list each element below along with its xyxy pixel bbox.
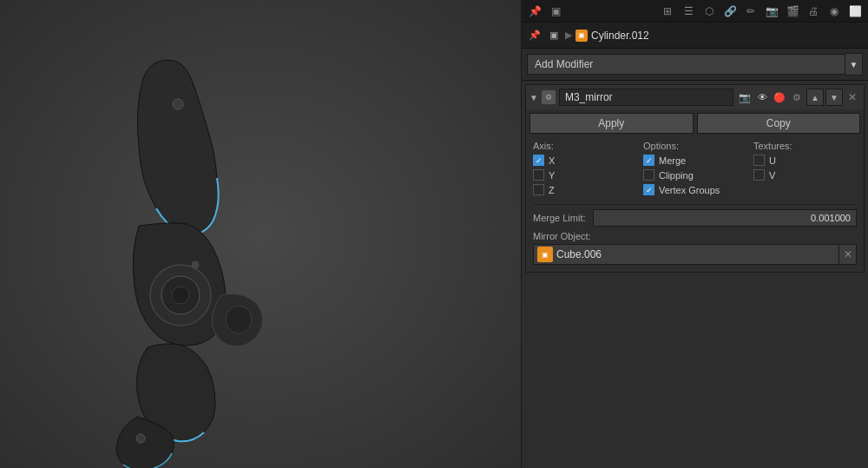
adjust-icon[interactable]: ⚙ (789, 89, 805, 105)
realtime-icon[interactable]: 👁 (754, 89, 770, 105)
render-icon[interactable]: 🎬 (783, 2, 802, 21)
apply-copy-row: Apply Copy (526, 109, 864, 137)
apply-button[interactable]: Apply (529, 113, 694, 134)
textures-label: Textures: (753, 141, 857, 151)
modifier-block: ▼ ⚙ 📷 👁 🔴 ⚙ ▲ ▼ ✕ Apply Copy Axis: (525, 84, 865, 273)
modifier-header-icons: 📷 👁 🔴 ⚙ ▲ ▼ ✕ (737, 89, 860, 106)
camera-icon[interactable]: 📷 (762, 2, 781, 21)
axis-z-label: Z (549, 185, 555, 195)
nav-prev-button[interactable]: ▲ (806, 89, 824, 106)
merge-checkbox[interactable] (643, 155, 654, 166)
viewport-area[interactable] (0, 0, 521, 468)
axis-label: Axis: (533, 141, 636, 151)
mirror-object-row: Mirror Object: ▣ Cube.006 ✕ (533, 231, 857, 265)
cylinder-icon: ▣ (575, 30, 588, 42)
grid-icon[interactable]: ⊞ (658, 2, 677, 21)
mirror-object-clear-button[interactable]: ✕ (838, 245, 856, 264)
nav-next-button[interactable]: ▼ (825, 89, 843, 106)
tex-v-row: V (753, 169, 857, 181)
axis-z-row: Z (533, 184, 636, 195)
right-panel: 📌 ▣ ⊞ ☰ ⬡ 🔗 ✏ 📷 🎬 🖨 ◉ ⬜ 📌 ▣ ▶ ▣ Cylinder… (521, 0, 868, 468)
nodes-icon[interactable]: ⬡ (700, 2, 719, 21)
object-icon-small[interactable]: ▣ (546, 28, 562, 43)
output-icon[interactable]: 🖨 (804, 2, 823, 21)
object-data-icon[interactable]: ▣ (546, 2, 565, 21)
modifier-close-button[interactable]: ✕ (845, 89, 860, 105)
svg-point-1 (173, 99, 183, 109)
clipping-checkbox[interactable] (643, 169, 654, 181)
svg-point-6 (226, 306, 252, 333)
svg-rect-0 (0, 0, 521, 468)
tex-u-checkbox[interactable] (753, 155, 765, 166)
options-column: Options: Merge Clipping Vertex Groups (643, 141, 746, 199)
separator (567, 2, 656, 21)
clipping-row: Clipping (643, 169, 746, 181)
mirror-object-name: Cube.006 (556, 248, 838, 260)
cube-object-icon: ▣ (537, 247, 553, 262)
object-name-display: ▣ Cylinder.012 (575, 30, 649, 42)
svg-point-7 (192, 261, 199, 268)
tex-v-checkbox[interactable] (753, 169, 765, 181)
tex-u-label: U (769, 155, 776, 166)
add-modifier-row: Add Modifier ▼ (522, 49, 868, 81)
pin-icon-small[interactable]: 📌 (527, 28, 542, 43)
add-modifier-dropdown[interactable]: ▼ (845, 53, 863, 76)
pin-icon[interactable]: 📌 (525, 2, 544, 21)
dropdown-arrow: ▼ (850, 60, 858, 69)
clipping-label: Clipping (659, 170, 694, 181)
axis-column: Axis: X Y Z (533, 141, 636, 199)
textures-column: Textures: U V (753, 141, 857, 199)
texture-icon[interactable]: ⬜ (845, 2, 865, 21)
modifier-name-input[interactable] (559, 89, 733, 106)
axis-x-checkbox[interactable] (533, 155, 544, 166)
properties-row: Axis: X Y Z Options: (533, 141, 857, 199)
list-icon[interactable]: ☰ (679, 2, 698, 21)
copy-button[interactable]: Copy (697, 113, 861, 134)
mirror-object-label: Mirror Object: (533, 231, 857, 241)
composition-icon[interactable]: ◉ (825, 2, 844, 21)
breadcrumb-separator: ▶ (565, 30, 572, 41)
tex-v-label: V (769, 170, 775, 181)
merge-row: Merge (643, 155, 746, 166)
blender-top-bar: 📌 ▣ ⊞ ☰ ⬡ 🔗 ✏ 📷 🎬 🖨 ◉ ⬜ (522, 0, 868, 23)
object-name-text: Cylinder.012 (591, 30, 649, 42)
axis-x-row: X (533, 155, 636, 166)
viewport-canvas (0, 0, 521, 468)
modifier-type-icon: ⚙ (542, 90, 556, 104)
editmode-icon[interactable]: 🔴 (772, 89, 787, 105)
modifier-header: ▼ ⚙ 📷 👁 🔴 ⚙ ▲ ▼ ✕ (526, 85, 864, 109)
merge-label: Merge (659, 155, 686, 166)
scene-icon[interactable]: 🔗 (720, 2, 740, 21)
merge-limit-row: Merge Limit: 0.001000 (533, 204, 857, 227)
vertex-groups-checkbox[interactable] (643, 184, 654, 195)
breadcrumb-bar: 📌 ▣ ▶ ▣ Cylinder.012 (522, 23, 868, 49)
modifier-content: Axis: X Y Z Options: (526, 137, 864, 272)
pen-icon[interactable]: ✏ (741, 2, 760, 21)
axis-y-label: Y (549, 170, 555, 181)
axis-y-checkbox[interactable] (533, 169, 544, 181)
viewport-scene (0, 0, 521, 468)
svg-point-4 (172, 287, 189, 304)
axis-z-checkbox[interactable] (533, 184, 544, 195)
options-label: Options: (643, 141, 746, 151)
expand-icon[interactable]: ▼ (529, 93, 538, 102)
tex-u-row: U (753, 155, 857, 166)
svg-point-5 (136, 434, 145, 443)
mirror-object-field: ▣ Cube.006 ✕ (533, 244, 857, 265)
axis-y-row: Y (533, 169, 636, 181)
vertex-groups-label: Vertex Groups (659, 185, 720, 195)
camera-render-icon[interactable]: 📷 (737, 89, 753, 105)
add-modifier-button[interactable]: Add Modifier (527, 54, 845, 75)
merge-limit-value[interactable]: 0.001000 (593, 209, 857, 227)
vertex-groups-row: Vertex Groups (643, 184, 746, 195)
axis-x-label: X (549, 155, 555, 166)
merge-limit-label: Merge Limit: (533, 213, 593, 223)
